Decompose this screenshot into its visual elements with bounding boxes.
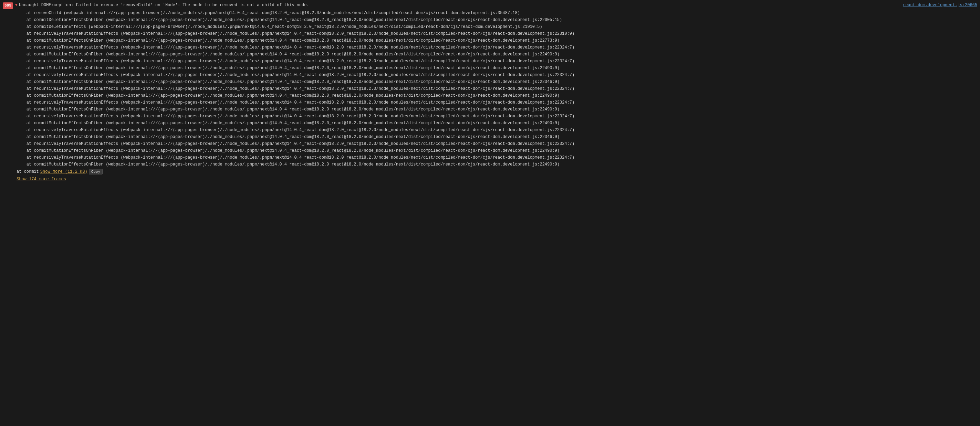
stack-frame-line: at commitMutationEffectsOnFiber (webpack… <box>0 65 980 71</box>
copy-button[interactable]: Copy <box>89 169 103 174</box>
error-count-badge: 585 <box>3 2 13 9</box>
stack-frame-line: at commitMutationEffectsOnFiber (webpack… <box>0 37 980 44</box>
stack-frame-line: at commitMutationEffectsOnFiber (webpack… <box>0 92 980 99</box>
console-container: 585 ▼ Uncaught DOMException: Failed to e… <box>0 0 980 426</box>
stack-frame-line: at commitDeletionEffectsOnFiber (webpack… <box>0 16 980 24</box>
stack-trace: at removeChild (webpack-internal:///(app… <box>0 10 980 168</box>
stack-frame-line: at recursivelyTraverseMutationEffects (w… <box>0 71 980 78</box>
stack-frame-line: at recursivelyTraverseMutationEffects (w… <box>0 113 980 120</box>
stack-frame-line: at commitMutationEffectsOnFiber (webpack… <box>0 161 980 168</box>
error-message: Uncaught DOMException: Failed to execute… <box>19 2 900 8</box>
stack-frame-line: at commitMutationEffectsOnFiber (webpack… <box>0 120 980 127</box>
stack-frame-line: at recursivelyTraverseMutationEffects (w… <box>0 30 980 37</box>
stack-frame-line: at recursivelyTraverseMutationEffects (w… <box>0 154 980 161</box>
expand-triangle-icon[interactable]: ▼ <box>15 2 18 8</box>
stack-frame-line: at recursivelyTraverseMutationEffects (w… <box>0 140 980 147</box>
show-frames-link[interactable]: Show 174 more frames <box>0 176 980 183</box>
stack-frame-line: at recursivelyTraverseMutationEffects (w… <box>0 58 980 65</box>
stack-frame-line: at commitMutationEffectsOnFiber (webpack… <box>0 133 980 140</box>
show-more-link[interactable]: Show more (11.2 kB) <box>40 169 88 175</box>
stack-frame-line: at recursivelyTraverseMutationEffects (w… <box>0 127 980 133</box>
bottom-section: at commit Show more (11.2 kB) Copy <box>0 168 980 176</box>
at-commit-text: at commit <box>16 169 39 175</box>
stack-frame-line: at commitMutationEffectsOnFiber (webpack… <box>0 51 980 58</box>
source-link[interactable]: react-dom.development.js:20665 <box>903 2 977 8</box>
stack-frame-line: at commitMutationEffectsOnFiber (webpack… <box>0 147 980 154</box>
stack-frame-line: at commitMutationEffectsOnFiber (webpack… <box>0 78 980 86</box>
stack-frame-line: at recursivelyTraverseMutationEffects (w… <box>0 99 980 106</box>
stack-frame-line: at commitDeletionEffects (webpack-intern… <box>0 24 980 30</box>
stack-frame-line: at removeChild (webpack-internal:///(app… <box>0 10 980 16</box>
error-header: 585 ▼ Uncaught DOMException: Failed to e… <box>0 2 980 10</box>
stack-frame-line: at recursivelyTraverseMutationEffects (w… <box>0 44 980 51</box>
stack-frame-line: at recursivelyTraverseMutationEffects (w… <box>0 86 980 92</box>
stack-frame-line: at commitMutationEffectsOnFiber (webpack… <box>0 106 980 113</box>
